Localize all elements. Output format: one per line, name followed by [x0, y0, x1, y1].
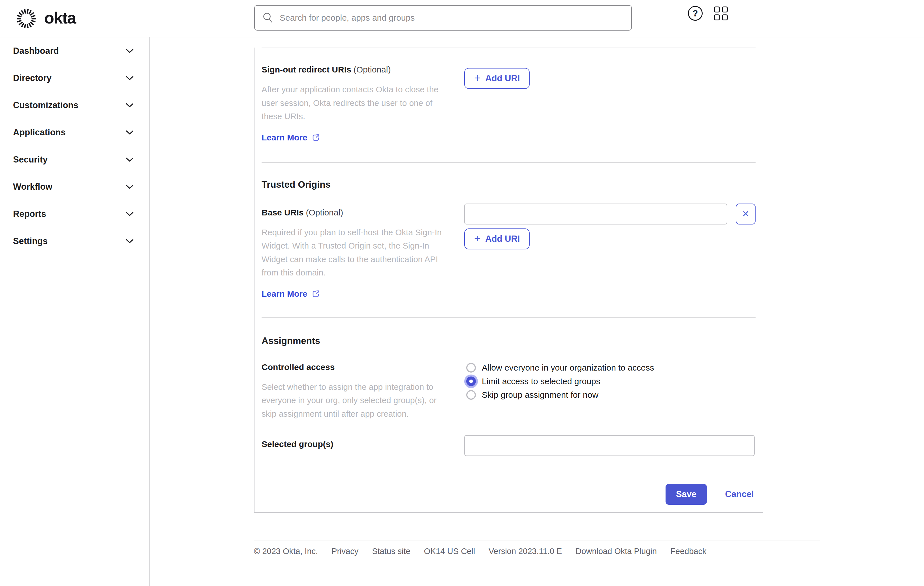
controlled-access-description: Select whether to assign the app integra…: [262, 380, 444, 421]
main-content: Sign-out redirect URIs(Optional) After y…: [150, 37, 924, 586]
sidebar-item-customizations[interactable]: Customizations: [0, 92, 149, 119]
radio-button[interactable]: [466, 390, 476, 400]
signout-redirect-section: Sign-out redirect URIs(Optional) After y…: [262, 48, 756, 162]
sidebar-item-settings[interactable]: Settings: [0, 228, 149, 255]
sidebar-item-workflow[interactable]: Workflow: [0, 173, 149, 200]
footer-privacy-link[interactable]: Privacy: [332, 546, 358, 556]
cancel-button[interactable]: Cancel: [725, 489, 754, 499]
trusted-origins-learn-more-link[interactable]: Learn More: [262, 289, 320, 299]
signout-redirect-description: After your application contacts Okta to …: [262, 83, 444, 123]
trusted-origins-section: Trusted Origins Base URIs(Optional) Requ…: [262, 163, 756, 317]
base-uri-input[interactable]: [464, 203, 727, 224]
search-icon: [262, 12, 274, 24]
header-icons: ?: [688, 6, 728, 21]
radio-limit-groups[interactable]: Limit access to selected groups: [464, 375, 756, 388]
footer-copyright: © 2023 Okta, Inc.: [254, 546, 318, 556]
sidebar-item-security[interactable]: Security: [0, 146, 149, 173]
search-input[interactable]: [279, 9, 631, 26]
save-button[interactable]: Save: [665, 484, 707, 505]
assignments-section: Assignments Controlled access Select whe…: [262, 318, 756, 512]
selected-groups-input[interactable]: [464, 435, 755, 456]
top-bar: okta ?: [0, 0, 924, 37]
external-link-icon: [312, 133, 320, 142]
plus-icon: +: [474, 73, 480, 83]
signout-learn-more-link[interactable]: Learn More: [262, 133, 320, 142]
base-uris-label: Base URIs(Optional): [262, 206, 443, 219]
form-actions: Save Cancel: [262, 484, 756, 512]
controlled-access-label: Controlled access: [262, 361, 443, 373]
radio-button[interactable]: [466, 363, 476, 373]
help-button[interactable]: ?: [688, 6, 703, 21]
trusted-origins-heading: Trusted Origins: [262, 179, 756, 190]
footer-cell-label: OK14 US Cell: [424, 546, 475, 556]
chevron-down-icon: [125, 184, 134, 190]
remove-uri-button[interactable]: ✕: [736, 203, 756, 224]
chevron-down-icon: [125, 103, 134, 108]
signout-redirect-label: Sign-out redirect URIs(Optional): [262, 63, 443, 76]
footer: © 2023 Okta, Inc. Privacy Status site OK…: [254, 540, 820, 556]
base-uris-description: Required if you plan to self-host the Ok…: [262, 226, 444, 279]
chevron-down-icon: [125, 211, 134, 216]
add-base-uri-button[interactable]: + Add URI: [464, 228, 530, 249]
footer-version-label: Version 2023.11.0 E: [488, 546, 562, 556]
app-switcher-icon[interactable]: [714, 7, 728, 20]
chevron-down-icon: [125, 76, 134, 81]
sidebar-item-dashboard[interactable]: Dashboard: [0, 37, 149, 64]
app-settings-card: Sign-out redirect URIs(Optional) After y…: [254, 48, 763, 513]
okta-aura-icon: [16, 8, 37, 29]
question-mark-icon: ?: [688, 6, 703, 21]
okta-wordmark: okta: [44, 8, 76, 30]
add-signout-uri-button[interactable]: + Add URI: [464, 68, 530, 89]
sidebar-item-directory[interactable]: Directory: [0, 64, 149, 92]
global-search: [254, 5, 632, 31]
radio-skip-assignment[interactable]: Skip group assignment for now: [464, 388, 756, 402]
footer-feedback-link[interactable]: Feedback: [670, 546, 706, 556]
chevron-down-icon: [125, 157, 134, 162]
assignments-heading: Assignments: [262, 335, 756, 346]
okta-logo[interactable]: okta: [16, 0, 76, 37]
radio-allow-everyone[interactable]: Allow everyone in your organization to a…: [464, 361, 756, 375]
sidebar-item-applications[interactable]: Applications: [0, 119, 149, 146]
chevron-down-icon: [125, 48, 134, 53]
plus-icon: +: [474, 233, 480, 244]
chevron-down-icon: [125, 130, 134, 135]
chevron-down-icon: [125, 239, 134, 244]
footer-download-plugin-link[interactable]: Download Okta Plugin: [576, 546, 657, 556]
footer-status-site-link[interactable]: Status site: [372, 546, 410, 556]
radio-button[interactable]: [466, 376, 476, 386]
close-icon: ✕: [742, 209, 749, 219]
external-link-icon: [312, 290, 320, 298]
controlled-access-radio-group: Allow everyone in your organization to a…: [464, 361, 756, 402]
selected-groups-label: Selected group(s): [262, 438, 443, 451]
sidebar: Dashboard Directory Customizations Appli…: [0, 37, 150, 586]
sidebar-item-reports[interactable]: Reports: [0, 200, 149, 228]
